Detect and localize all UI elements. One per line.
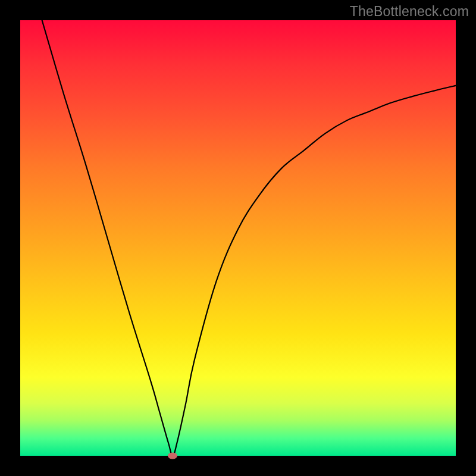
minimum-point-marker: [168, 453, 177, 459]
plot-area: [20, 20, 456, 456]
chart-frame: TheBottleneck.com: [0, 0, 476, 476]
watermark-text: TheBottleneck.com: [350, 4, 469, 20]
bottleneck-curve: [20, 20, 456, 456]
